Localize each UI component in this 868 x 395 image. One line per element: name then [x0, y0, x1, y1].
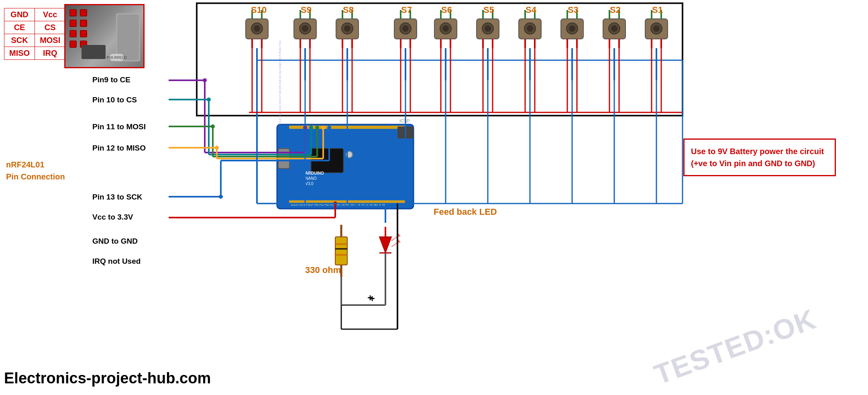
svg-text:S6: S6 — [441, 5, 452, 15]
svg-point-66 — [609, 23, 620, 34]
svg-point-127 — [333, 202, 337, 206]
svg-point-117 — [321, 126, 325, 130]
svg-point-105 — [309, 126, 313, 130]
label-vcc: Vcc to 3.3V — [92, 213, 133, 222]
svg-point-50 — [524, 23, 536, 34]
svg-rect-90 — [289, 200, 405, 204]
label-gnd: GND to GND — [92, 237, 138, 246]
pin-irq: IRQ — [35, 47, 65, 60]
label-irq: IRQ not Used — [92, 257, 141, 266]
svg-marker-187 — [379, 237, 391, 253]
svg-rect-0 — [197, 3, 683, 116]
battery-notice: Use to 9V Battery power the circuit (+ve… — [683, 138, 836, 176]
svg-point-111 — [315, 126, 319, 130]
pin-miso: MISO — [4, 47, 35, 60]
svg-point-103 — [207, 98, 211, 102]
svg-point-11 — [302, 25, 308, 32]
svg-text:ARDUINO: ARDUINO — [305, 171, 324, 175]
svg-rect-73 — [645, 19, 668, 39]
svg-point-10 — [300, 23, 311, 34]
label-pin13: Pin 13 to SCK — [92, 193, 143, 202]
svg-point-88 — [346, 151, 352, 158]
svg-rect-25 — [394, 19, 417, 39]
svg-text:S7: S7 — [401, 5, 412, 15]
ohm-label: 330 ohm — [305, 265, 341, 275]
svg-marker-193 — [396, 240, 401, 243]
svg-point-26 — [400, 23, 411, 34]
svg-rect-33 — [434, 19, 457, 39]
pin-connection-table: GND Vcc CE CS SCK MOSI MISO IRQ — [4, 8, 65, 60]
svg-rect-17 — [336, 19, 359, 39]
svg-text:D13 3V3 REF A0 A1 A2 A3 A4 A5 : D13 3V3 REF A0 A1 A2 A3 A4 A5 A6 A7 5V R… — [291, 202, 385, 206]
svg-point-109 — [211, 124, 215, 128]
svg-point-27 — [402, 25, 409, 32]
tested-watermark: TESTED:OK — [650, 303, 820, 391]
plus-sign: + — [369, 293, 375, 304]
svg-point-67 — [611, 25, 617, 32]
svg-text:S1: S1 — [652, 5, 663, 15]
website-label: Electronics-project-hub.com — [4, 370, 211, 387]
svg-rect-57 — [561, 19, 583, 39]
feedback-led-label: Feed back LED — [434, 207, 497, 217]
svg-point-75 — [653, 25, 660, 32]
svg-point-18 — [342, 23, 353, 34]
svg-text:NANO: NANO — [305, 176, 317, 181]
svg-point-34 — [440, 23, 451, 34]
svg-line-190 — [391, 235, 399, 241]
svg-rect-49 — [519, 19, 541, 39]
svg-text:S5: S5 — [483, 5, 494, 15]
svg-text:V3.0: V3.0 — [305, 181, 314, 186]
svg-point-115 — [215, 146, 219, 150]
svg-rect-82 — [279, 126, 412, 207]
svg-rect-89 — [289, 126, 405, 129]
pin-vcc: Vcc — [35, 8, 65, 21]
pin-sck: SCK — [4, 34, 35, 47]
svg-point-59 — [569, 25, 575, 32]
svg-rect-93 — [397, 126, 414, 138]
svg-rect-84 — [311, 149, 343, 173]
svg-rect-65 — [603, 19, 626, 39]
pin-mosi: MOSI — [35, 34, 65, 47]
svg-rect-81 — [277, 124, 414, 209]
svg-text:S10: S10 — [251, 5, 267, 15]
label-pin10: Pin 10 to CS — [92, 96, 137, 104]
svg-rect-180 — [335, 237, 347, 265]
svg-rect-41 — [477, 19, 499, 39]
label-pin9: Pin9 to CE — [92, 75, 130, 84]
svg-point-74 — [651, 23, 662, 34]
svg-point-3 — [254, 25, 260, 32]
svg-text:S4: S4 — [526, 5, 537, 15]
svg-text:D12 D11 D10 D9 D7 D6 D5 D4 D3 : D12 D11 D10 D9 D7 D6 D5 D4 D3 D2 GND RST… — [278, 40, 282, 124]
svg-rect-1 — [246, 19, 268, 39]
nrf-module-photo: P16.000(12) — [64, 4, 145, 68]
svg-point-43 — [485, 25, 491, 32]
svg-point-58 — [566, 23, 578, 34]
pin-ce: CE — [4, 21, 35, 34]
svg-line-192 — [391, 241, 399, 247]
nrf-label: nRF24L01 Pin Connection — [6, 159, 65, 183]
svg-point-2 — [251, 23, 263, 34]
svg-text:S8: S8 — [343, 5, 354, 15]
label-pin11: Pin 11 to MOSI — [92, 122, 146, 131]
svg-text:S3: S3 — [568, 5, 579, 15]
svg-point-99 — [303, 126, 307, 130]
pin-cs: CS — [35, 21, 65, 34]
svg-text:S9: S9 — [301, 5, 312, 15]
svg-rect-83 — [278, 149, 289, 169]
svg-text:ICSP: ICSP — [399, 118, 410, 123]
svg-point-97 — [203, 78, 207, 82]
svg-text:S2: S2 — [610, 5, 621, 15]
svg-point-121 — [219, 195, 223, 199]
pin-gnd: GND — [4, 8, 35, 21]
svg-point-123 — [327, 126, 331, 130]
svg-point-35 — [442, 25, 449, 32]
svg-point-19 — [344, 25, 350, 32]
svg-marker-191 — [396, 234, 401, 237]
svg-point-42 — [482, 23, 493, 34]
svg-point-51 — [527, 25, 533, 32]
label-pin12: Pin 12 to MISO — [92, 144, 146, 153]
svg-rect-9 — [294, 19, 316, 39]
